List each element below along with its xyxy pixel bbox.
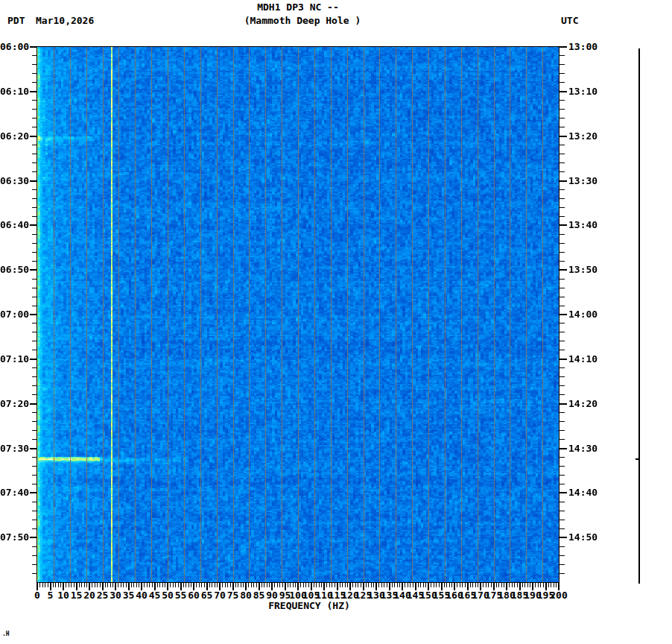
spectrogram-canvas xyxy=(37,47,559,582)
time-label-utc: 13:20 xyxy=(568,131,597,142)
freq-minor-tick xyxy=(472,583,473,587)
freq-minor-tick xyxy=(279,583,280,587)
time-minor-tick xyxy=(560,439,565,440)
freq-tick-label: 75 xyxy=(227,590,239,601)
freq-minor-tick xyxy=(69,583,69,587)
freq-minor-tick xyxy=(248,583,249,587)
freq-minor-tick xyxy=(342,583,343,587)
time-minor-tick xyxy=(32,288,37,288)
time-minor-tick xyxy=(32,546,37,547)
freq-minor-tick xyxy=(488,583,489,587)
freq-minor-tick xyxy=(326,583,327,587)
time-minor-tick xyxy=(32,555,37,556)
freq-minor-tick xyxy=(465,583,466,587)
freq-minor-tick xyxy=(548,583,549,587)
time-major-tick xyxy=(560,91,567,92)
time-label-utc: 13:10 xyxy=(568,86,597,97)
freq-minor-tick xyxy=(58,583,59,587)
freq-minor-tick xyxy=(305,583,306,587)
freq-minor-tick xyxy=(314,583,314,587)
time-minor-tick xyxy=(32,332,37,332)
freq-minor-tick xyxy=(188,583,189,587)
freq-minor-tick xyxy=(514,583,515,587)
time-major-tick xyxy=(560,403,567,405)
freq-minor-tick xyxy=(538,583,539,587)
freq-minor-tick xyxy=(227,583,228,587)
time-label-pdt: 06:20 xyxy=(0,131,29,142)
time-minor-tick xyxy=(560,109,565,110)
time-major-tick xyxy=(560,448,567,449)
freq-minor-tick xyxy=(509,583,510,587)
freq-minor-tick xyxy=(371,583,372,587)
freq-minor-tick xyxy=(394,583,395,587)
time-minor-tick xyxy=(560,55,565,56)
freq-minor-tick xyxy=(147,583,148,587)
time-minor-tick xyxy=(560,466,565,467)
time-label-pdt: 06:10 xyxy=(0,86,29,97)
time-minor-tick xyxy=(560,484,565,484)
time-major-tick xyxy=(560,492,567,493)
time-major-tick xyxy=(560,537,567,538)
freq-minor-tick xyxy=(420,583,421,587)
time-major-tick xyxy=(560,269,567,271)
time-minor-tick xyxy=(560,145,565,145)
freq-minor-tick xyxy=(423,583,424,587)
time-label-utc: 14:20 xyxy=(568,399,597,409)
frequency-axis-title: FREQUENCY (HZ) xyxy=(268,600,350,611)
freq-tick-label: 35 xyxy=(123,590,135,601)
time-major-tick xyxy=(30,492,37,493)
freq-minor-tick xyxy=(66,583,66,587)
freq-minor-tick xyxy=(84,583,85,587)
freq-minor-tick xyxy=(282,583,283,587)
freq-minor-tick xyxy=(48,583,48,587)
time-minor-tick xyxy=(560,546,565,547)
freq-minor-tick xyxy=(498,583,499,587)
freq-minor-tick xyxy=(162,583,163,587)
freq-tick-label: 70 xyxy=(214,590,226,601)
freq-minor-tick xyxy=(436,583,437,587)
time-label-pdt: 07:50 xyxy=(0,532,29,543)
freq-minor-tick xyxy=(53,583,54,587)
freq-tick-label: 50 xyxy=(162,590,174,601)
time-minor-tick xyxy=(560,341,565,341)
freq-minor-tick xyxy=(251,583,252,587)
time-label-pdt: 07:00 xyxy=(0,309,29,320)
freq-minor-tick xyxy=(381,583,382,587)
time-minor-tick xyxy=(560,82,565,83)
time-minor-tick xyxy=(560,118,565,119)
freq-minor-tick xyxy=(261,583,262,587)
time-minor-tick xyxy=(32,55,37,56)
freq-minor-tick xyxy=(335,583,335,587)
freq-minor-tick xyxy=(212,583,212,587)
freq-minor-tick xyxy=(501,583,502,587)
time-minor-tick xyxy=(560,73,565,74)
time-major-tick xyxy=(560,314,567,315)
time-minor-tick xyxy=(32,306,37,306)
time-minor-tick xyxy=(32,475,37,476)
time-label-pdt: 07:20 xyxy=(0,399,29,409)
freq-minor-tick xyxy=(295,583,296,587)
time-label-pdt: 06:50 xyxy=(0,265,29,275)
time-minor-tick xyxy=(560,216,565,217)
freq-minor-tick xyxy=(267,583,267,587)
time-major-tick xyxy=(560,46,567,48)
freq-minor-tick xyxy=(462,583,463,587)
freq-minor-tick xyxy=(81,583,82,587)
freq-minor-tick xyxy=(243,583,244,587)
freq-tick-label: 45 xyxy=(149,590,161,601)
time-minor-tick xyxy=(32,145,37,145)
freq-tick-label: 30 xyxy=(110,590,121,601)
freq-tick-label: 0 xyxy=(34,590,40,601)
time-major-tick xyxy=(30,403,37,405)
freq-minor-tick xyxy=(366,583,367,587)
freq-tick-label: 25 xyxy=(97,590,109,601)
freq-minor-tick xyxy=(449,583,450,587)
time-minor-tick xyxy=(560,332,565,332)
freq-minor-tick xyxy=(293,583,294,587)
freq-minor-tick xyxy=(196,583,197,587)
freq-minor-tick xyxy=(300,583,301,587)
freq-minor-tick xyxy=(392,583,393,587)
freq-minor-tick xyxy=(288,583,288,587)
time-minor-tick xyxy=(32,109,37,110)
time-minor-tick xyxy=(560,564,565,565)
